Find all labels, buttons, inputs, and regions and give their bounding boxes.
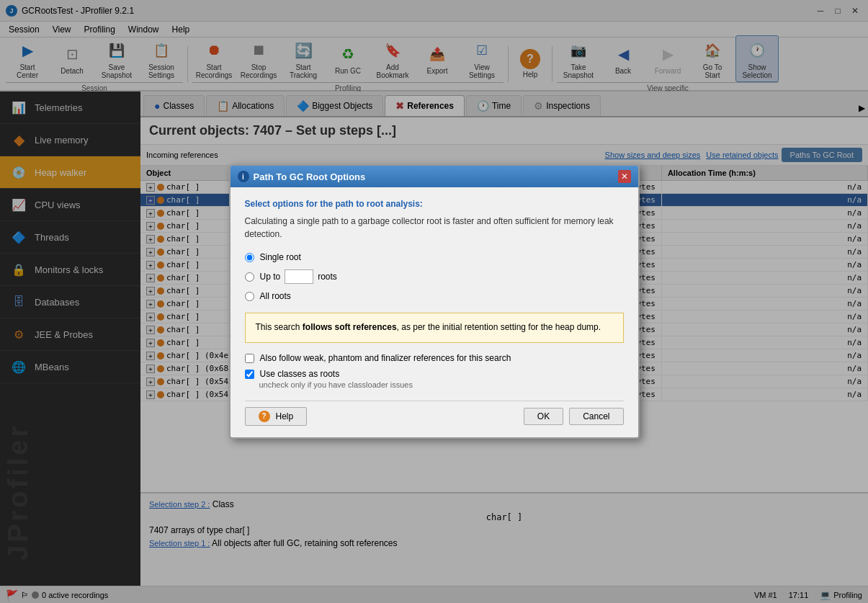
modal-section-title: Select options for the path to root anal… xyxy=(245,199,624,209)
use-classes-label: Use classes as roots xyxy=(260,369,340,379)
modal-help-button[interactable]: ? Help xyxy=(245,407,308,426)
use-classes-checkbox[interactable] xyxy=(245,370,254,379)
modal-title-left: i Path To GC Root Options xyxy=(238,171,366,182)
modal-cancel-button[interactable]: Cancel xyxy=(569,408,623,425)
radio-up-to-inline: Up to roots xyxy=(260,269,337,284)
help-circle-icon: ? xyxy=(259,411,270,422)
modal-ok-button[interactable]: OK xyxy=(524,408,563,425)
use-classes-container: Use classes as roots uncheck only if you… xyxy=(245,369,624,389)
modal-overlay: i Path To GC Root Options ✕ Select optio… xyxy=(0,0,868,603)
modal-title: Path To GC Root Options xyxy=(254,171,366,182)
modal-close-button[interactable]: ✕ xyxy=(618,170,631,183)
modal-action-buttons: OK Cancel xyxy=(524,408,624,425)
radio-up-to[interactable]: Up to roots xyxy=(245,269,624,284)
modal-footer: ? Help OK Cancel xyxy=(245,401,624,426)
up-to-input[interactable] xyxy=(285,269,313,284)
radio-single-root-input[interactable] xyxy=(245,253,254,262)
radio-all-roots-input[interactable] xyxy=(245,292,254,301)
modal-dialog: i Path To GC Root Options ✕ Select optio… xyxy=(229,164,640,438)
checkbox-use-classes[interactable]: Use classes as roots xyxy=(245,369,624,379)
radio-single-root[interactable]: Single root xyxy=(245,252,624,262)
modal-description: Calculating a single path to a garbage c… xyxy=(245,215,624,241)
modal-title-bar: i Path To GC Root Options ✕ xyxy=(231,166,638,187)
modal-body: Select options for the path to root anal… xyxy=(231,187,638,437)
radio-all-roots[interactable]: All roots xyxy=(245,291,624,301)
radio-up-to-input[interactable] xyxy=(245,272,254,282)
modal-title-icon: i xyxy=(238,171,249,182)
roots-suffix: roots xyxy=(318,272,337,282)
modal-radio-group: Single root Up to roots All roots xyxy=(245,252,624,301)
modal-help-label: Help xyxy=(276,411,294,421)
modal-help-section: ? Help xyxy=(245,407,308,426)
follow-weak-checkbox[interactable] xyxy=(245,354,254,363)
soft-ref-bold: follows soft references xyxy=(303,322,397,332)
radio-single-root-label: Single root xyxy=(260,252,301,262)
soft-ref-notice: This search follows soft references, as … xyxy=(245,313,624,342)
radio-all-roots-label: All roots xyxy=(260,291,291,301)
up-to-label: Up to xyxy=(260,272,281,282)
use-classes-sub-label: uncheck only if you have classloader iss… xyxy=(259,380,624,389)
modal-checkbox-group: Also follow weak, phantom and finalizer … xyxy=(245,353,624,389)
follow-weak-label: Also follow weak, phantom and finalizer … xyxy=(260,353,511,363)
checkbox-follow-weak[interactable]: Also follow weak, phantom and finalizer … xyxy=(245,353,624,363)
